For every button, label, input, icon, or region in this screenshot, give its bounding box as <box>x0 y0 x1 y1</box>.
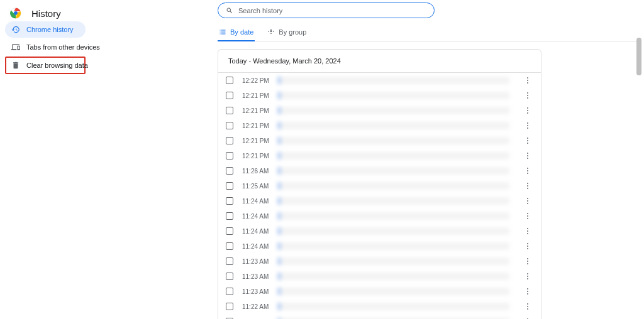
entry-time: 11:24 AM <box>242 198 272 205</box>
entry-title-blurred <box>277 303 509 310</box>
search-input[interactable] <box>238 7 426 14</box>
history-entry[interactable]: 11:26 AM <box>218 163 541 178</box>
entry-checkbox[interactable] <box>226 303 233 310</box>
dots-vertical-icon <box>527 230 528 232</box>
entry-time: 12:21 PM <box>242 122 272 129</box>
history-entry[interactable]: 12:21 PM <box>218 103 541 118</box>
sidebar-item-label: Chrome history <box>26 26 74 33</box>
sidebar-item-tabs-devices[interactable]: Tabs from other devices <box>5 39 86 55</box>
tab-by-date[interactable]: By date <box>218 26 255 41</box>
group-icon <box>267 28 275 36</box>
entry-title-blurred <box>277 212 509 220</box>
dots-vertical-icon <box>527 95 528 96</box>
entry-more-button[interactable] <box>522 90 533 101</box>
entry-checkbox[interactable] <box>226 227 233 235</box>
entry-checkbox[interactable] <box>226 273 233 280</box>
entry-checkbox[interactable] <box>226 212 233 220</box>
entry-more-button[interactable] <box>522 180 533 192</box>
entry-more-button[interactable] <box>522 256 533 267</box>
entry-checkbox[interactable] <box>226 288 233 295</box>
history-entry[interactable]: 11:24 AM <box>218 224 541 239</box>
scrollbar-thumb[interactable] <box>636 38 641 75</box>
entry-title-blurred <box>277 152 509 160</box>
entry-title-blurred <box>277 227 509 235</box>
sidebar-item-chrome-history[interactable]: Chrome history <box>5 21 86 38</box>
history-entry[interactable]: 12:21 PM <box>218 133 541 148</box>
entry-time: 11:24 AM <box>242 243 272 250</box>
entry-more-button[interactable] <box>522 135 533 146</box>
entry-more-button[interactable] <box>522 271 533 282</box>
dots-vertical-icon <box>527 170 528 171</box>
entry-time: 11:23 AM <box>242 258 272 265</box>
entry-time: 12:22 PM <box>242 77 272 84</box>
entry-title-blurred <box>277 107 509 114</box>
history-entry[interactable]: 11:23 AM <box>218 269 541 284</box>
history-card: Today - Wednesday, March 20, 2024 12:22 … <box>218 49 541 319</box>
entry-time: 11:22 AM <box>242 303 272 310</box>
entry-more-button[interactable] <box>522 241 533 252</box>
history-entry[interactable]: 11:24 AM <box>218 208 541 224</box>
history-entry[interactable]: 11:24 AM <box>218 193 541 208</box>
history-entry[interactable]: 12:21 PM <box>218 88 541 103</box>
entry-checkbox[interactable] <box>226 137 233 144</box>
entry-checkbox[interactable] <box>226 107 233 114</box>
entry-checkbox[interactable] <box>226 92 233 99</box>
entry-title-blurred <box>277 197 509 205</box>
history-entry[interactable]: 12:21 PM <box>218 148 541 163</box>
dots-vertical-icon <box>527 246 528 247</box>
dots-vertical-icon <box>527 80 528 81</box>
entry-time: 12:21 PM <box>242 153 272 160</box>
entry-more-button[interactable] <box>522 150 533 161</box>
entry-time: 12:21 PM <box>242 92 272 99</box>
entry-checkbox[interactable] <box>226 167 233 175</box>
entry-title-blurred <box>277 122 509 129</box>
entry-more-button[interactable] <box>522 105 533 116</box>
main-content: By date By group Today - Wednesday, Marc… <box>218 3 638 319</box>
entry-checkbox[interactable] <box>226 257 233 265</box>
entry-time: 11:24 AM <box>242 213 272 220</box>
entry-more-button[interactable] <box>522 210 533 222</box>
entry-checkbox[interactable] <box>226 197 233 205</box>
entry-more-button[interactable] <box>522 301 533 312</box>
search-container[interactable] <box>218 3 435 18</box>
tab-by-group[interactable]: By group <box>266 26 308 41</box>
list-icon <box>219 28 226 36</box>
sidebar-item-clear-data[interactable]: Clear browsing data <box>5 57 86 74</box>
entry-title-blurred <box>277 273 509 280</box>
history-entry[interactable]: 11:24 AM <box>218 239 541 254</box>
entry-time: 11:23 AM <box>242 288 272 295</box>
tab-label: By group <box>279 28 306 36</box>
history-entry[interactable]: 11:23 AM <box>218 254 541 269</box>
history-entry[interactable]: 11:22 AM <box>218 314 541 319</box>
entry-checkbox[interactable] <box>226 122 233 129</box>
entry-checkbox[interactable] <box>226 242 233 250</box>
chrome-logo-icon <box>10 8 21 19</box>
entry-checkbox[interactable] <box>226 77 233 84</box>
history-entry[interactable]: 11:25 AM <box>218 178 541 193</box>
history-icon <box>11 25 20 34</box>
history-entry[interactable]: 12:22 PM <box>218 73 541 88</box>
entry-more-button[interactable] <box>522 225 533 237</box>
sidebar-item-label: Tabs from other devices <box>26 43 100 51</box>
entry-more-button[interactable] <box>522 165 533 176</box>
entry-time: 12:21 PM <box>242 107 272 114</box>
entry-more-button[interactable] <box>522 120 533 131</box>
history-entry[interactable]: 11:22 AM <box>218 299 541 314</box>
sidebar-item-label: Clear browsing data <box>26 62 88 69</box>
entry-time: 12:21 PM <box>242 138 272 144</box>
entry-more-button[interactable] <box>522 286 533 297</box>
entry-more-button[interactable] <box>522 75 533 86</box>
entry-checkbox[interactable] <box>226 182 233 190</box>
dots-vertical-icon <box>527 215 528 217</box>
dots-vertical-icon <box>527 155 528 156</box>
entry-title-blurred <box>277 288 509 295</box>
entry-title-blurred <box>277 242 509 250</box>
history-entries: 12:22 PM 12:21 PM 12:21 PM 12:21 PM 12:2… <box>218 73 541 319</box>
entry-more-button[interactable] <box>522 195 533 207</box>
history-entry[interactable]: 12:21 PM <box>218 118 541 133</box>
entry-checkbox[interactable] <box>226 152 233 160</box>
tabs: By date By group <box>218 26 638 41</box>
entry-time: 11:23 AM <box>242 273 272 280</box>
history-entry[interactable]: 11:23 AM <box>218 284 541 299</box>
entry-more-button[interactable] <box>522 316 533 319</box>
